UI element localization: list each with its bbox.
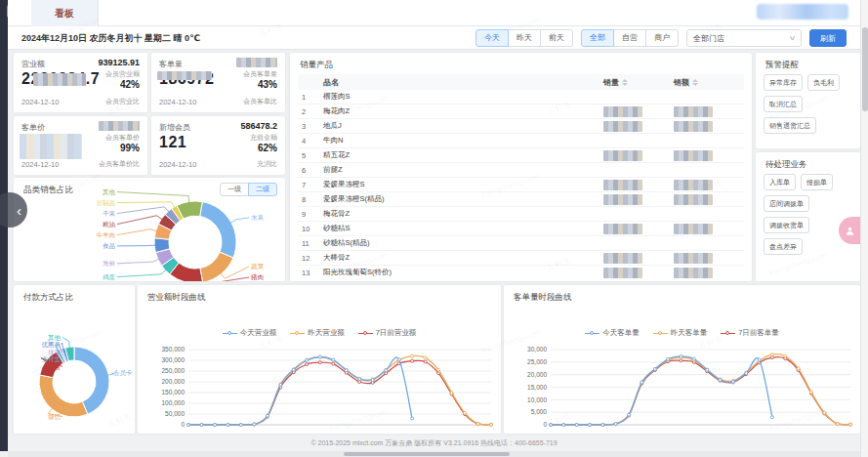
product-name: 阳光玫瑰葡萄S(特价): [323, 268, 603, 277]
table-row[interactable]: 3 地瓜J: [298, 119, 744, 134]
row-index: 10: [298, 225, 323, 233]
kpi-card-1: 客单量 186972 2024-12-10 会员客单量 43% 会员客单比: [151, 53, 285, 112]
alert-button-3[interactable]: 销售退货汇总: [764, 117, 816, 134]
redaction-mosaic: [603, 224, 642, 234]
redaction-mosaic: [157, 71, 212, 80]
todo-button-0[interactable]: 入库单: [764, 174, 796, 190]
top-products-panel: 销量产品 品名 销量 销额 1 榴莲肉S 2 梅花肉Z 3 地瓜J 4: [290, 53, 752, 281]
sort-icon[interactable]: [622, 79, 628, 86]
svg-text:300,000: 300,000: [162, 356, 186, 363]
kpi-date: 2024-12-10: [21, 98, 59, 106]
product-name: 砂糖桔S: [323, 224, 603, 233]
kpi-title: 新增会员: [159, 122, 190, 133]
product-name: 砂糖桔S(精品): [323, 238, 603, 248]
kpi-side-label: 充值金额: [250, 133, 277, 143]
table-row[interactable]: 8 爱媛果冻橙S(精品): [298, 192, 744, 207]
day-filter-1[interactable]: 昨天: [508, 29, 541, 47]
line-series: [551, 356, 772, 425]
donut-label-微信: 微信: [48, 413, 62, 421]
redaction-mosaic: [674, 194, 713, 205]
row-index: 9: [298, 210, 323, 219]
row-index: 4: [298, 137, 323, 145]
floating-assist-button[interactable]: [839, 217, 860, 244]
pending-business-panel: 待处理业务 入库单报损单店间调拨单调拨收货单盘点差异: [756, 152, 860, 281]
table-row[interactable]: 11 砂糖桔S(精品): [298, 236, 744, 251]
donut-label-牛羊肉: 牛羊肉: [97, 231, 116, 239]
row-index: 12: [298, 254, 323, 263]
svg-text:0: 0: [181, 421, 185, 428]
todo-button-2[interactable]: 店间调拨单: [764, 195, 809, 212]
donut-label-海鲜: 海鲜: [103, 260, 116, 268]
horizontal-scrollbar-thumb[interactable]: [344, 452, 510, 456]
svg-text:50,000: 50,000: [165, 410, 185, 417]
row-index: 3: [298, 122, 323, 131]
donut-segment-微信[interactable]: [39, 375, 88, 417]
table-row[interactable]: 4 牛肉N: [298, 134, 744, 148]
svg-text:150,000: 150,000: [162, 389, 186, 395]
vertical-scrollbar-thumb[interactable]: [862, 27, 868, 111]
filter-bar: 2024年12月10日 农历冬月初十 星期二 晴 0℃ 今天昨天前天 全部自营商…: [8, 26, 860, 50]
category-share-panel: 品类销售占比 一级二级 其他豆制品干果粮油牛羊肉食品海鲜鸡蛋水果蔬菜猪肉: [14, 178, 285, 281]
table-row[interactable]: 1 榴莲肉S: [298, 90, 744, 104]
table-row[interactable]: 13 阳光玫瑰葡萄S(特价): [298, 266, 744, 279]
table-row[interactable]: 10 砂糖桔S: [298, 222, 744, 236]
scope-filter-group: 全部自营商户: [581, 29, 679, 47]
revenue-curve-panel: 营业额时段曲线 今天营业额 昨天营业额 7日前营业额 050,000100,00…: [138, 285, 501, 434]
copyright-footer: © 2015-2025 mixct.com 万象云鼎 版权所有 V3.21.09…: [8, 436, 860, 451]
product-name: 梅花肉Z: [323, 106, 603, 116]
row-index: 13: [298, 269, 323, 277]
donut-segment-水果[interactable]: [200, 202, 236, 258]
refresh-button[interactable]: 刷新: [809, 29, 847, 47]
product-name: 前腿Z: [323, 165, 603, 175]
vertical-scrollbar[interactable]: [860, 0, 868, 457]
table-row[interactable]: 9 梅花骨Z: [298, 207, 744, 222]
column-product-name: 品名: [323, 77, 603, 88]
table-row[interactable]: 2 梅花肉Z: [298, 104, 744, 119]
day-filter-0[interactable]: 今天: [475, 29, 509, 47]
kpi-side-value: 939125.91: [98, 58, 140, 67]
alert-button-0[interactable]: 异常库存: [764, 74, 803, 91]
kpi-ratio: 42%: [120, 79, 140, 90]
kpi-side-label: 会员客单价: [105, 133, 140, 143]
alert-button-1[interactable]: 负毛利: [807, 74, 840, 91]
todo-button-1[interactable]: 报损单: [801, 174, 833, 190]
day-filter-2[interactable]: 前天: [540, 29, 573, 47]
panel-title: 待处理业务: [765, 159, 807, 171]
row-index: 8: [298, 195, 323, 204]
kpi-side-label: 会员客单量: [243, 69, 277, 79]
svg-text:20,000: 20,000: [527, 371, 547, 378]
table-row[interactable]: 12 大棒骨Z: [298, 251, 744, 266]
table-row[interactable]: 7 爱媛果冻橙S: [298, 178, 744, 192]
product-name: 大棒骨Z: [323, 253, 603, 263]
table-row[interactable]: 6 前腿Z: [298, 163, 744, 178]
user-info-redacted[interactable]: [757, 4, 848, 20]
redaction-mosaic: [603, 268, 642, 278]
scope-filter-1[interactable]: 自营: [613, 29, 646, 47]
redaction-mosaic: [33, 73, 86, 86]
kpi-ratio: 43%: [258, 79, 277, 90]
store-select[interactable]: 全部门店 ∨: [686, 29, 802, 47]
donut-label-猪肉: 猪肉: [251, 273, 264, 281]
alerts-panel: 预警提醒 异常库存负毛利取消汇总销售退货汇总: [756, 53, 860, 148]
product-name: 牛肉N: [323, 136, 603, 145]
tab-dashboard[interactable]: 看板: [31, 0, 99, 26]
horizontal-scrollbar[interactable]: [8, 451, 860, 457]
sort-icon[interactable]: [692, 79, 698, 86]
scope-filter-0[interactable]: 全部: [581, 29, 614, 47]
kpi-title: 营业额: [21, 59, 45, 69]
donut-label-鸡蛋: 鸡蛋: [102, 273, 115, 280]
kpi-date: 2024-12-10: [159, 160, 196, 169]
scope-filter-2[interactable]: 商户: [645, 29, 679, 47]
redaction-mosaic: [674, 268, 713, 278]
day-filter-group: 今天昨天前天: [475, 29, 573, 47]
row-index: 2: [298, 107, 323, 116]
todo-button-3[interactable]: 调拨收货单: [764, 217, 809, 233]
todo-button-4[interactable]: 盘点差异: [764, 238, 803, 255]
kpi-ratio-label: 会员营业比: [105, 97, 140, 106]
svg-text:5,000: 5,000: [531, 408, 548, 415]
redaction-mosaic: [20, 134, 82, 159]
store-select-value: 全部门店: [693, 33, 724, 44]
alert-button-2[interactable]: 取消汇总: [764, 96, 803, 112]
table-row[interactable]: 5 精五花Z: [298, 148, 744, 163]
redaction-mosaic: [99, 121, 140, 131]
